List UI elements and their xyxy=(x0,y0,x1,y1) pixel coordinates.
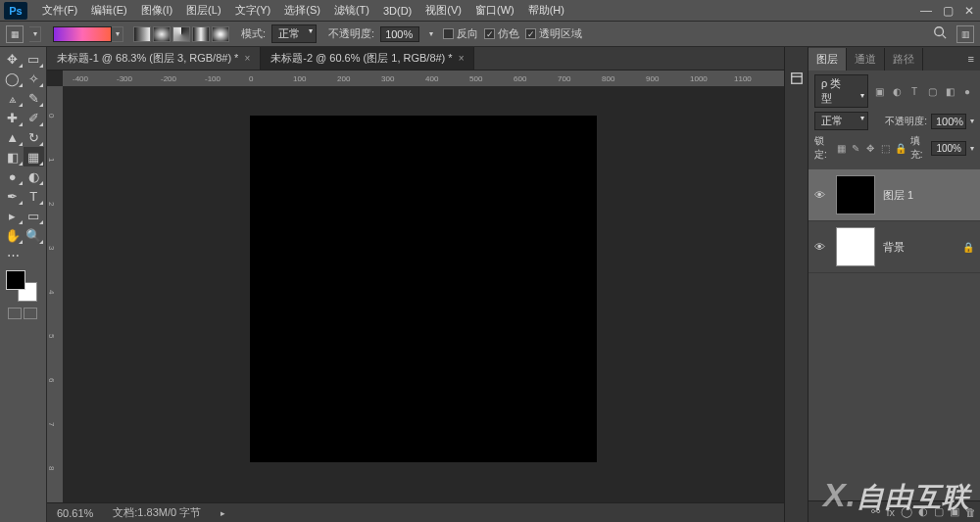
history-brush-tool[interactable]: ↻ xyxy=(24,127,45,147)
doc-info[interactable]: 文档:1.83M/0 字节 xyxy=(113,505,201,520)
doc-tab-2[interactable]: 未标题-2 @ 60.6% (图层 1, RGB/8#) *× xyxy=(261,47,474,70)
hand-tool[interactable]: ✋ xyxy=(2,225,24,245)
gradient-reflected-icon[interactable] xyxy=(192,26,210,42)
horizontal-ruler[interactable]: -400-300 -200-100 0100 200300 400500 600… xyxy=(63,71,784,86)
menu-help[interactable]: 帮助(H) xyxy=(521,3,571,18)
layer-name[interactable]: 图层 1 xyxy=(883,188,974,203)
menu-file[interactable]: 文件(F) xyxy=(35,3,84,18)
close-icon[interactable]: × xyxy=(459,53,465,64)
screenmode-icon[interactable] xyxy=(24,308,37,319)
layer-blend-select[interactable]: 正常 xyxy=(814,112,868,130)
panel-menu-icon[interactable]: ≡ xyxy=(962,53,980,65)
tab-layers[interactable]: 图层 xyxy=(808,48,847,71)
delete-layer-icon[interactable]: 🗑 xyxy=(965,506,976,518)
lock-pos-icon[interactable]: ✥ xyxy=(865,141,876,155)
gradient-linear-icon[interactable] xyxy=(133,26,151,42)
pen-tool[interactable]: ✒ xyxy=(2,186,24,206)
layer-item-1[interactable]: 👁 图层 1 xyxy=(808,169,980,221)
blend-mode-select[interactable]: 正常 xyxy=(271,24,317,43)
layer-item-bg[interactable]: 👁 背景 🔒 xyxy=(808,221,980,273)
filter-type-icon[interactable]: T xyxy=(907,84,921,98)
blur-tool[interactable]: ● xyxy=(2,166,24,186)
transparency-checkbox[interactable]: ✓透明区域 xyxy=(525,26,582,41)
canvas[interactable] xyxy=(250,116,597,462)
vertical-ruler[interactable]: 0 1 2 3 4 5 6 7 8 xyxy=(47,86,63,502)
canvas-area[interactable] xyxy=(63,86,784,502)
doc-tab-1[interactable]: 未标题-1 @ 68.3% (图层 3, RGB/8#) *× xyxy=(47,47,261,70)
gradient-swatch[interactable] xyxy=(53,26,112,42)
layer-opacity-input[interactable]: 100% xyxy=(931,114,966,129)
workspace-icon[interactable]: ▥ xyxy=(956,25,974,43)
tool-preset-icon[interactable]: ▦ xyxy=(6,25,24,43)
menu-edit[interactable]: 编辑(E) xyxy=(84,3,134,18)
dock-icon[interactable] xyxy=(787,69,807,88)
lock-trans-icon[interactable]: ▦ xyxy=(836,141,847,155)
filter-shape-icon[interactable]: ▢ xyxy=(925,84,939,98)
lock-all-icon[interactable]: 🔒 xyxy=(895,141,906,155)
marquee-tool[interactable]: ▭ xyxy=(24,49,45,69)
zoom-level[interactable]: 60.61% xyxy=(57,507,93,519)
layer-mask-icon[interactable]: ◯ xyxy=(901,505,912,518)
tab-paths[interactable]: 路径 xyxy=(885,48,923,71)
magic-wand-tool[interactable]: ✧ xyxy=(24,69,45,88)
menu-layer[interactable]: 图层(L) xyxy=(179,3,227,18)
healing-tool[interactable]: ✚ xyxy=(2,108,24,127)
opacity-dropdown[interactable]: ▾ xyxy=(425,26,437,42)
quickmask-icon[interactable] xyxy=(8,308,22,319)
lock-paint-icon[interactable]: ✎ xyxy=(851,141,861,155)
shape-tool[interactable]: ▭ xyxy=(24,206,45,225)
menu-view[interactable]: 视图(V) xyxy=(418,3,468,18)
menu-window[interactable]: 窗口(W) xyxy=(468,3,521,18)
menu-3d[interactable]: 3D(D) xyxy=(376,5,418,17)
maximize-button[interactable]: ▢ xyxy=(937,2,958,20)
layer-thumbnail[interactable] xyxy=(836,227,875,266)
gradient-tool[interactable]: ▦ xyxy=(24,147,45,166)
filter-toggle-icon[interactable]: ● xyxy=(960,84,974,98)
tool-preset-dropdown[interactable]: ▾ xyxy=(29,26,41,42)
path-select-tool[interactable]: ▸ xyxy=(2,206,24,225)
search-icon[interactable] xyxy=(933,25,951,43)
eraser-tool[interactable]: ◧ xyxy=(2,147,24,166)
layer-fx-icon[interactable]: fx xyxy=(886,506,895,518)
visibility-icon[interactable]: 👁 xyxy=(814,189,828,201)
stamp-tool[interactable]: ▲ xyxy=(2,127,24,147)
filter-adjust-icon[interactable]: ◐ xyxy=(890,84,904,98)
dodge-tool[interactable]: ◐ xyxy=(24,166,45,186)
fill-input[interactable]: 100% xyxy=(931,141,966,156)
crop-tool[interactable]: ⟁ xyxy=(2,88,24,108)
edit-toolbar[interactable]: ⋯ xyxy=(2,245,24,264)
menu-filter[interactable]: 滤镜(T) xyxy=(327,3,376,18)
group-icon[interactable]: ▢ xyxy=(934,505,944,518)
visibility-icon[interactable]: 👁 xyxy=(814,241,828,253)
reverse-checkbox[interactable]: 反向 xyxy=(443,26,478,41)
status-arrow-icon[interactable]: ▸ xyxy=(220,508,225,518)
layer-thumbnail[interactable] xyxy=(836,175,875,214)
gradient-angle-icon[interactable] xyxy=(172,26,190,42)
color-swatches[interactable] xyxy=(6,270,37,302)
eyedropper-tool[interactable]: ✎ xyxy=(24,88,45,108)
menu-select[interactable]: 选择(S) xyxy=(277,3,327,18)
gradient-dropdown[interactable]: ▾ xyxy=(112,26,123,42)
lock-nest-icon[interactable]: ⬚ xyxy=(880,141,891,155)
minimize-button[interactable]: — xyxy=(915,2,937,20)
zoom-tool[interactable]: 🔍 xyxy=(24,225,45,245)
close-button[interactable]: ✕ xyxy=(958,2,980,20)
move-tool[interactable]: ✥ xyxy=(2,49,24,69)
tab-channels[interactable]: 通道 xyxy=(847,48,885,71)
menu-image[interactable]: 图像(I) xyxy=(134,3,179,18)
menu-type[interactable]: 文字(Y) xyxy=(228,3,278,18)
brush-tool[interactable]: ✐ xyxy=(24,108,45,127)
foreground-color[interactable] xyxy=(6,270,25,290)
link-layers-icon[interactable]: ⚯ xyxy=(871,505,880,518)
filter-pixel-icon[interactable]: ▣ xyxy=(872,84,886,98)
opacity-input[interactable]: 100% xyxy=(380,26,419,42)
adjustment-layer-icon[interactable]: ◐ xyxy=(918,505,928,518)
layer-kind-select[interactable]: ρ 类型 xyxy=(814,74,868,108)
filter-smart-icon[interactable]: ◧ xyxy=(943,84,956,98)
layer-name[interactable]: 背景 xyxy=(883,240,955,255)
gradient-radial-icon[interactable] xyxy=(153,26,171,42)
new-layer-icon[interactable]: ▣ xyxy=(950,505,959,518)
type-tool[interactable]: T xyxy=(24,186,45,206)
dither-checkbox[interactable]: ✓仿色 xyxy=(484,26,519,41)
lasso-tool[interactable]: ◯ xyxy=(2,69,24,88)
